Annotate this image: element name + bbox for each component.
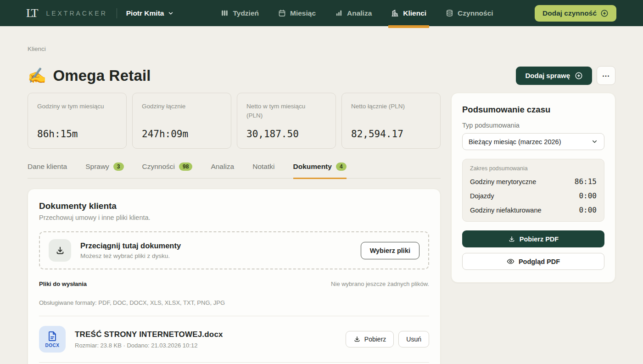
ellipsis-icon: ...: [602, 70, 609, 78]
nav-label: Klienci: [403, 9, 426, 17]
tab-czynnosci[interactable]: Czynności 98: [142, 162, 193, 178]
download-label: Pobierz: [364, 336, 386, 343]
documents-panel: Dokumenty klienta Przechowuj umowy i inn…: [28, 189, 441, 364]
summary-row-label: Godziny niefakturowane: [470, 207, 542, 214]
tab-count-badge: 4: [336, 162, 347, 171]
stat-value: 247h:09m: [142, 129, 222, 140]
preview-pdf-button[interactable]: Podgląd PDF: [462, 253, 604, 270]
file-type-label: DOCX: [45, 343, 60, 348]
summary-row-dojazdy: Dojazdy 0:00: [470, 191, 597, 200]
two-column-layout: Godziny w tym miesiącu 86h:15m Godziny ł…: [28, 93, 615, 364]
summary-row-niefakturowane: Godziny niefakturowane 0:00: [470, 206, 597, 214]
nav-item-miesiac[interactable]: Miesiąc: [278, 0, 316, 26]
summary-title: Podsumowanie czasu: [462, 105, 604, 115]
logo-icon: LT: [26, 7, 39, 19]
tab-label: Czynności: [142, 162, 175, 171]
main-nav: Tydzień Miesiąc Analiza Klienci Czynnośc…: [221, 0, 493, 26]
brand-block: LT LEXTRACKER Piotr Kmita: [26, 7, 174, 19]
nav-item-czynnosci[interactable]: Czynności: [446, 0, 493, 26]
add-case-label: Dodaj sprawę: [525, 72, 570, 79]
nav-item-analiza[interactable]: Analiza: [335, 0, 372, 26]
tab-label: Analiza: [211, 162, 234, 171]
tab-label: Dane klienta: [28, 162, 67, 171]
add-case-button[interactable]: Dodaj sprawę: [516, 67, 592, 85]
chevron-down-icon: [168, 10, 174, 17]
download-pdf-button[interactable]: Pobierz PDF: [462, 230, 604, 247]
user-menu[interactable]: Piotr Kmita: [126, 9, 174, 17]
download-pdf-label: Pobierz PDF: [520, 235, 559, 243]
stat-value: 86h:15m: [37, 129, 117, 140]
nav-label: Analiza: [347, 9, 372, 17]
summary-type-label: Typ podsumowania: [462, 122, 604, 129]
stat-card-hours-month: Godziny w tym miesiącu 86h:15m: [28, 93, 127, 149]
breadcrumb[interactable]: Klienci: [28, 45, 615, 52]
tab-sprawy[interactable]: Sprawy 3: [85, 162, 123, 178]
writing-hand-emoji-icon: ✍️: [28, 67, 46, 84]
file-name: TREŚĆ STRONY INTERNETOWEJ.docx: [75, 330, 223, 339]
tab-dane-klienta[interactable]: Dane klienta: [28, 162, 67, 178]
stat-value: 82,594.17: [351, 129, 431, 140]
documents-title: Dokumenty klienta: [39, 201, 429, 211]
summary-row-value: 0:00: [579, 206, 597, 214]
upload-queue-row: Pliki do wysłania Nie wybrano jeszcze ża…: [39, 280, 429, 287]
file-actions: Pobierz Usuń: [346, 331, 429, 347]
plus-circle-icon: [575, 72, 583, 80]
brand-name: LEXTRACKER: [46, 10, 107, 17]
stat-card-hours-total: Godziny łącznie 247h:09m: [132, 93, 231, 149]
summary-row-label: Godziny merytoryczne: [470, 178, 536, 185]
supported-formats-text: Obsługiwane formaty: PDF, DOC, DOCX, XLS…: [39, 299, 429, 306]
user-name: Piotr Kmita: [126, 9, 164, 17]
stat-value: 30,187.50: [246, 129, 326, 140]
page-content: Klienci ✍️ Omega Retail Dodaj sprawę ...…: [0, 45, 643, 364]
tab-notatki[interactable]: Notatki: [252, 162, 274, 178]
tab-count-badge: 3: [113, 162, 124, 171]
bar-chart-icon: [335, 9, 343, 17]
title-row: ✍️ Omega Retail Dodaj sprawę ...: [28, 66, 615, 85]
nav-item-klienci[interactable]: Klienci: [391, 0, 426, 26]
tab-label: Dokumenty: [293, 162, 332, 171]
stat-label: Godziny w tym miesiącu: [37, 102, 106, 111]
download-tray-icon: [49, 239, 71, 262]
eye-icon: [507, 258, 514, 265]
stat-label: Netto w tym miesiącu (PLN): [246, 102, 315, 120]
add-activity-button[interactable]: Dodaj czynność: [535, 5, 616, 22]
columns-icon: [221, 9, 229, 17]
time-summary-panel: Podsumowanie czasu Typ podsumowania Bież…: [451, 93, 615, 283]
building-icon: [391, 9, 399, 17]
summary-type-select[interactable]: Bieżący miesiąc (marzec 2026): [462, 133, 604, 150]
file-row: DOCX TREŚĆ STRONY INTERNETOWEJ.docx Rozm…: [39, 316, 429, 362]
dropzone-title: Przeciągnij tutaj dokumenty: [80, 241, 181, 250]
summary-row-value: 0:00: [579, 191, 597, 200]
upload-queue-empty-text: Nie wybrano jeszcze żadnych plików.: [331, 280, 429, 287]
file-meta: Rozmiar: 23.8 KB · Dodano: 21.03.2026 10…: [75, 342, 223, 349]
stat-label: Netto łącznie (PLN): [351, 102, 420, 111]
file-dropzone[interactable]: Przeciągnij tutaj dokumenty Możesz też w…: [39, 231, 429, 269]
tab-analiza[interactable]: Analiza: [211, 162, 234, 178]
download-icon: [353, 336, 361, 343]
download-icon: [508, 235, 515, 243]
chevron-down-icon: [591, 138, 598, 145]
choose-files-button[interactable]: Wybierz pliki: [361, 242, 419, 259]
nav-item-tydzien[interactable]: Tydzień: [221, 0, 259, 26]
summary-row-merytoryczne: Godziny merytoryczne 86:15: [470, 177, 597, 186]
file-info: TREŚĆ STRONY INTERNETOWEJ.docx Rozmiar: …: [75, 330, 223, 349]
plus-circle-icon: [600, 9, 609, 17]
dropzone-subtitle: Możesz też wybrać pliki z dysku.: [80, 252, 181, 259]
file-delete-button[interactable]: Usuń: [398, 331, 429, 347]
tab-dokumenty[interactable]: Dokumenty 4: [293, 162, 347, 178]
stat-cards: Godziny w tym miesiącu 86h:15m Godziny ł…: [28, 93, 441, 149]
summary-row-value: 86:15: [575, 177, 597, 186]
stat-card-net-month: Netto w tym miesiącu (PLN) 30,187.50: [237, 93, 336, 149]
stack-icon: [446, 9, 453, 17]
file-download-button[interactable]: Pobierz: [346, 331, 394, 347]
add-activity-label: Dodaj czynność: [542, 9, 597, 17]
preview-pdf-label: Podgląd PDF: [519, 258, 560, 265]
divider: [39, 362, 429, 363]
docx-file-icon: DOCX: [39, 326, 66, 353]
nav-label: Miesiąc: [290, 9, 316, 17]
tab-label: Sprawy: [85, 162, 109, 171]
page-title: ✍️ Omega Retail: [28, 67, 151, 84]
more-button[interactable]: ...: [597, 66, 615, 85]
title-actions: Dodaj sprawę ...: [516, 66, 615, 85]
client-name: Omega Retail: [53, 67, 151, 84]
